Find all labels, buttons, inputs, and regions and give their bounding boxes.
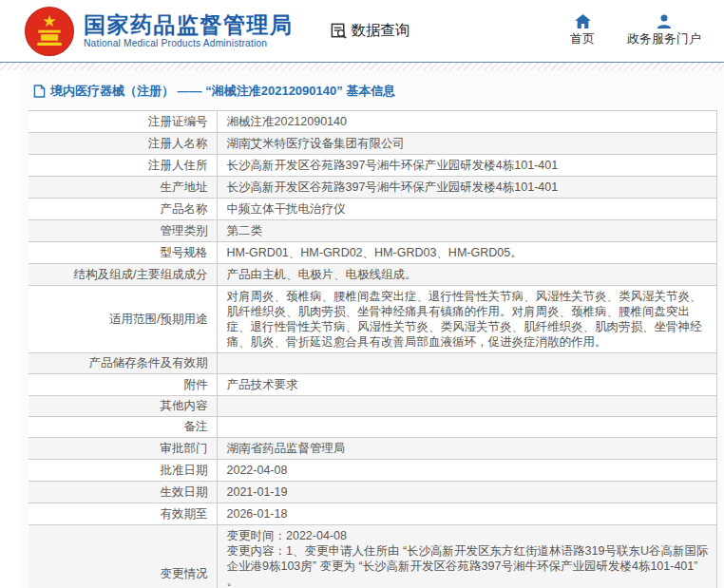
row-label: 其他内容 — [161, 399, 208, 412]
data-query-icon — [330, 22, 348, 40]
table-row: 型号规格 HM-GRD01、HM-GRD02、HM-GRD03、HM-GRD05… — [29, 242, 717, 264]
info-table-body: 注册证编号 湘械注准20212090140 注册人名称 湖南艾米特医疗设备集团有… — [29, 111, 717, 588]
row-label-cell: 备注 — [29, 417, 217, 438]
row-value: 变更时间：2022-04-08 变更内容：1、变更申请人住所由 “长沙高新开发区… — [217, 525, 717, 588]
row-value: 2026-01-18 — [217, 503, 717, 525]
row-value: 第二类 — [217, 220, 717, 242]
row-label: 变更情况 — [161, 567, 208, 580]
row-value: HM-GRD01、HM-GRD02、HM-GRD03、HM-GRD05。 — [217, 242, 717, 264]
top-nav: 首页 政务服务门户 — [570, 14, 701, 47]
row-label-cell: 有效期至 — [29, 503, 217, 525]
document-icon — [33, 85, 46, 98]
nav-gov-portal[interactable]: 政务服务门户 — [627, 14, 701, 47]
site-header: ★ 国家药品监督管理局 National Medical Products Ad… — [0, 0, 724, 62]
header-hatch-strip — [0, 63, 724, 70]
row-value: 产品由主机、电极片、电极线组成。 — [217, 264, 717, 286]
row-value: 2022-04-08 — [217, 460, 717, 482]
row-label: 注册人住所 — [148, 159, 208, 172]
table-row: 适用范围/预期用途 对肩周炎、颈椎病、腰椎间盘突出症、退行性骨性关节病、风湿性关… — [29, 286, 717, 353]
row-label-cell: 生效日期 — [29, 482, 217, 503]
row-label-cell: 注册人住所 — [29, 155, 217, 177]
row-value: 对肩周炎、颈椎病、腰椎间盘突出症、退行性骨性关节病、风湿性关节炎、类风湿关节炎、… — [217, 286, 717, 353]
table-row: 注册人住所 长沙高新开发区谷苑路397号湘牛环保产业园研发楼4栋101-401 — [29, 155, 717, 177]
svg-text:★: ★ — [42, 12, 56, 30]
page-title: 境内医疗器械（注册） —— “湘械注准20212090140” 基本信息 — [50, 83, 395, 100]
row-label-cell: 管理类别 — [29, 220, 217, 242]
row-label: 注册证编号 — [148, 115, 208, 128]
row-label-cell: 产品储存条件及有效期 — [29, 353, 217, 374]
table-row: 附件 产品技术要求 — [29, 374, 717, 396]
table-row: 生效日期 2021-01-19 — [29, 482, 717, 503]
home-icon — [575, 14, 591, 28]
nav-home[interactable]: 首页 — [570, 14, 595, 47]
row-label-cell: 变更情况 — [29, 525, 217, 588]
row-label-cell: 型号规格 — [29, 242, 217, 264]
row-label-cell: 注册人名称 — [29, 133, 217, 155]
row-label: 批准日期 — [161, 464, 208, 477]
row-label-cell: 结构及组成/主要组成成分 — [29, 264, 217, 286]
row-label: 管理类别 — [161, 224, 208, 237]
main-content: 境内医疗器械（注册） —— “湘械注准20212090140” 基本信息 注册证… — [19, 70, 724, 588]
table-row: 变更情况 变更时间：2022-04-08 变更内容：1、变更申请人住所由 “长沙… — [29, 525, 717, 588]
agency-name-en: National Medical Products Administration — [84, 37, 294, 49]
row-label-cell: 其他内容 — [29, 396, 217, 417]
row-value: 湖南艾米特医疗设备集团有限公司 — [217, 133, 717, 155]
row-label-cell: 适用范围/预期用途 — [29, 286, 217, 353]
row-label: 产品储存条件及有效期 — [89, 356, 208, 370]
table-row: 结构及组成/主要组成成分 产品由主机、电极片、电极线组成。 — [29, 264, 717, 286]
row-value — [217, 353, 717, 374]
row-value: 中频立体干扰电治疗仪 — [217, 199, 717, 220]
table-row: 备注 — [29, 417, 717, 438]
national-emblem-icon: ★ — [25, 7, 74, 56]
row-value — [217, 417, 717, 438]
row-label-cell: 产品名称 — [29, 199, 217, 220]
row-value: 长沙高新开发区谷苑路397号湘牛环保产业园研发楼4栋101-401 — [217, 177, 717, 199]
row-label: 注册人名称 — [148, 137, 208, 150]
agency-name-cn: 国家药品监督管理局 — [84, 12, 294, 37]
row-value: 2021-01-19 — [217, 482, 717, 503]
row-value: 产品技术要求 — [217, 374, 717, 396]
breadcrumb: 境内医疗器械（注册） —— “湘械注准20212090140” 基本信息 — [19, 80, 724, 103]
table-row: 审批部门 湖南省药品监督管理局 — [29, 438, 717, 460]
table-row: 其他内容 — [29, 396, 717, 417]
row-label: 生产地址 — [161, 180, 208, 194]
row-label-cell: 批准日期 — [29, 460, 217, 482]
table-row: 生产地址 长沙高新开发区谷苑路397号湘牛环保产业园研发楼4栋101-401 — [29, 177, 717, 199]
row-label: 附件 — [184, 378, 208, 391]
row-label: 结构及组成/主要组成成分 — [74, 268, 208, 281]
nav-gov-portal-label: 政务服务门户 — [627, 30, 701, 47]
row-label: 审批部门 — [161, 442, 208, 455]
data-query-label: 数据查询 — [352, 21, 410, 41]
user-icon — [657, 14, 672, 28]
row-value: 湖南省药品监督管理局 — [217, 438, 717, 460]
row-value — [217, 396, 717, 417]
row-label: 产品名称 — [161, 202, 208, 216]
data-query-tab[interactable]: 数据查询 — [330, 21, 410, 41]
table-row: 产品储存条件及有效期 — [29, 353, 717, 374]
info-table: 注册证编号 湘械注准20212090140 注册人名称 湖南艾米特医疗设备集团有… — [29, 110, 717, 588]
table-row: 注册证编号 湘械注准20212090140 — [29, 111, 717, 133]
row-label: 型号规格 — [161, 246, 208, 259]
table-row: 有效期至 2026-01-18 — [29, 503, 717, 525]
table-row: 管理类别 第二类 — [29, 220, 717, 242]
row-label-cell: 审批部门 — [29, 438, 217, 460]
row-label-cell: 生产地址 — [29, 177, 217, 199]
row-label-cell: 注册证编号 — [29, 111, 217, 133]
row-value: 湘械注准20212090140 — [217, 111, 717, 133]
row-label: 适用范围/预期用途 — [109, 313, 207, 326]
table-row: 批准日期 2022-04-08 — [29, 460, 717, 482]
table-row: 产品名称 中频立体干扰电治疗仪 — [29, 199, 717, 220]
nav-home-label: 首页 — [570, 30, 595, 47]
row-label: 备注 — [184, 420, 208, 433]
table-row: 注册人名称 湖南艾米特医疗设备集团有限公司 — [29, 133, 717, 155]
row-value: 长沙高新开发区谷苑路397号湘牛环保产业园研发楼4栋101-401 — [217, 155, 717, 177]
row-label-cell: 附件 — [29, 374, 217, 396]
row-label: 有效期至 — [161, 507, 208, 521]
agency-title-block: 国家药品监督管理局 National Medical Products Admi… — [84, 12, 294, 49]
row-label: 生效日期 — [161, 485, 208, 499]
